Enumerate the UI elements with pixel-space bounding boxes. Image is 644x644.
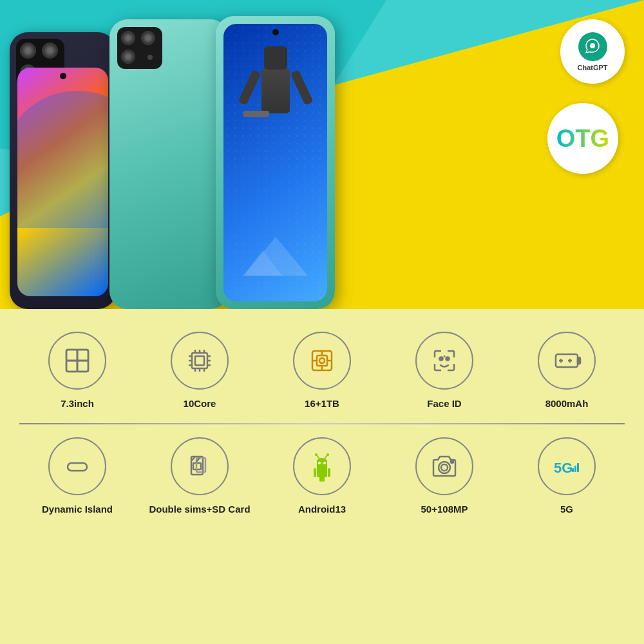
- svg-rect-8: [192, 353, 207, 368]
- dual-sim-icon-circle: [171, 437, 229, 495]
- svg-rect-6: [66, 361, 77, 372]
- svg-point-24: [319, 358, 325, 363]
- camera-module-green: [117, 27, 162, 69]
- divider: [19, 423, 625, 424]
- svg-point-47: [327, 453, 329, 456]
- svg-point-29: [440, 357, 443, 361]
- svg-rect-9: [195, 356, 204, 365]
- svg-point-49: [441, 464, 448, 471]
- chatgpt-badge: ChatGPT: [560, 19, 625, 84]
- otg-badge: OTG: [547, 103, 618, 174]
- svg-rect-4: [66, 350, 77, 361]
- top-section: ChatGPT OTG: [0, 0, 644, 309]
- svg-rect-7: [77, 361, 88, 372]
- storage-icon-circle: [293, 332, 351, 390]
- camera-icon-circle: [415, 437, 473, 495]
- feature-android: Android13: [264, 428, 380, 526]
- features-row-1: 7.3inch: [19, 322, 625, 420]
- svg-text:5G: 5G: [554, 460, 573, 476]
- feature-5g: 5G 5G: [509, 428, 625, 526]
- svg-rect-54: [577, 463, 579, 472]
- svg-rect-33: [578, 357, 580, 364]
- svg-point-48: [439, 462, 450, 473]
- svg-point-46: [315, 453, 317, 456]
- feature-camera: 50+108MP: [386, 428, 502, 526]
- android-label: Android13: [298, 503, 346, 516]
- 5g-label: 5G: [560, 503, 573, 516]
- features-row-2: Dynamic Island Double sims+SD Card: [19, 428, 625, 526]
- chatgpt-logo-icon: [578, 32, 607, 61]
- screen-size-label: 7.3inch: [61, 397, 94, 410]
- dual-sim-label: Double sims+SD Card: [149, 503, 250, 516]
- otg-label: OTG: [556, 125, 609, 153]
- storage-label: 16+1TB: [305, 397, 339, 410]
- battery-icon-circle: [538, 332, 596, 390]
- chatgpt-label: ChatGPT: [577, 64, 607, 71]
- svg-point-43: [323, 462, 326, 464]
- processor-label: 10Core: [184, 397, 216, 410]
- svg-rect-5: [77, 350, 88, 361]
- android-icon-circle: [293, 437, 351, 495]
- svg-point-0: [590, 43, 595, 48]
- phone-green-front: [216, 16, 335, 309]
- svg-rect-23: [317, 355, 327, 366]
- screen-size-icon-circle: [48, 332, 106, 390]
- svg-point-50: [451, 460, 453, 463]
- feature-screen-size: 7.3inch: [19, 322, 135, 420]
- face-id-icon-circle: [415, 332, 473, 390]
- face-id-label: Face ID: [427, 397, 461, 410]
- svg-rect-38: [68, 463, 87, 471]
- feature-processor: 10Core: [142, 322, 258, 420]
- feature-battery: 8000mAh: [509, 322, 625, 420]
- dynamic-island-icon-circle: [48, 437, 106, 495]
- feature-face-id: Face ID: [386, 322, 502, 420]
- game-character: [243, 43, 308, 159]
- camera-label: 50+108MP: [421, 503, 468, 516]
- svg-rect-53: [574, 466, 576, 472]
- feature-dynamic-island: Dynamic Island: [19, 428, 135, 526]
- dynamic-island-label: Dynamic Island: [42, 503, 113, 516]
- svg-point-30: [446, 357, 450, 361]
- phone-green-back: [109, 19, 229, 309]
- 5g-icon-circle: 5G: [538, 437, 596, 495]
- processor-icon-circle: [171, 332, 229, 390]
- svg-point-42: [318, 462, 321, 464]
- feature-dual-sim: Double sims+SD Card: [142, 428, 258, 526]
- phone-black: [10, 32, 116, 309]
- feature-storage: 16+1TB: [264, 322, 380, 420]
- svg-rect-52: [572, 468, 574, 472]
- bottom-section: 7.3inch: [0, 309, 644, 644]
- battery-label: 8000mAh: [545, 397, 589, 410]
